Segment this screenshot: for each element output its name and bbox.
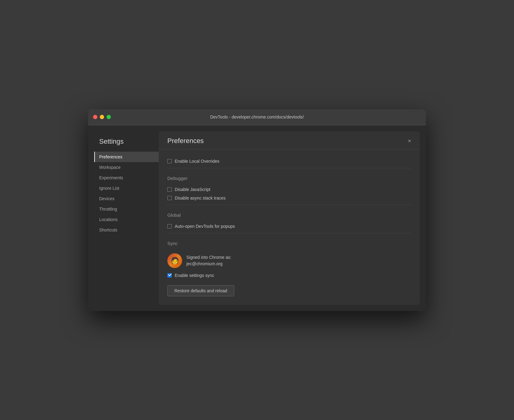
main-header: Preferences × [159,131,420,150]
disable-js-label[interactable]: Disable JavaScript [167,187,210,192]
sidebar-item-preferences[interactable]: Preferences [94,152,159,162]
restore-defaults-button[interactable]: Restore defaults and reload [167,285,234,296]
user-info: Signed into Chrome as: jec@chromium.org [186,254,231,267]
content-area: Enable Local Overrides Debugger Disable … [159,150,420,305]
sidebar: Settings Preferences Workspace Experimen… [94,131,159,305]
auto-open-label[interactable]: Auto-open DevTools for popups [167,224,235,229]
auto-open-checkbox[interactable] [167,224,172,228]
divider-2 [167,205,411,205]
enable-local-overrides-checkbox[interactable] [167,159,172,163]
sync-user-row: 🧑 Signed into Chrome as: jec@chromium.or… [167,250,411,271]
enable-sync-label[interactable]: Enable settings sync [167,273,214,278]
sidebar-item-experiments[interactable]: Experiments [94,173,159,183]
enable-sync-checkbox[interactable] [167,273,172,278]
sync-section: Sync 🧑 Signed into Chrome as: jec@chromi… [167,241,411,296]
sidebar-item-throttling[interactable]: Throttling [94,204,159,214]
enable-sync-row: Enable settings sync [167,271,411,280]
debugger-section-title: Debugger [167,176,411,181]
title-bar: DevTools - developer.chrome.com/docs/dev… [88,109,426,125]
settings-container: Settings Preferences Workspace Experimen… [88,125,426,311]
divider-1 [167,168,411,168]
traffic-lights [93,115,111,119]
disable-js-text: Disable JavaScript [175,187,210,192]
sidebar-item-workspace[interactable]: Workspace [94,162,159,173]
sync-section-title: Sync [167,241,411,246]
browser-window: DevTools - developer.chrome.com/docs/dev… [88,109,426,311]
maximize-traffic-light[interactable] [107,115,111,119]
disable-async-row: Disable async stack traces [167,194,411,202]
minimize-traffic-light[interactable] [100,115,104,119]
close-traffic-light[interactable] [93,115,97,119]
disable-js-row: Disable JavaScript [167,185,411,194]
signed-in-label: Signed into Chrome as: [186,254,231,261]
enable-local-overrides-text: Enable Local Overrides [175,159,220,164]
main-title: Preferences [167,137,204,145]
disable-async-checkbox[interactable] [167,196,172,200]
global-section: Global Auto-open DevTools for popups [167,212,411,231]
sidebar-item-locations[interactable]: Locations [94,214,159,225]
disable-js-checkbox[interactable] [167,187,172,192]
disable-async-label[interactable]: Disable async stack traces [167,196,226,200]
debugger-section: Debugger Disable JavaScript Disable asyn… [167,176,411,202]
avatar: 🧑 [167,253,182,268]
window-title: DevTools - developer.chrome.com/docs/dev… [210,115,304,119]
auto-open-text: Auto-open DevTools for popups [175,224,235,229]
global-section-title: Global [167,212,411,218]
divider-3 [167,233,411,233]
settings-layout: Settings Preferences Workspace Experimen… [94,131,420,305]
sidebar-item-devices[interactable]: Devices [94,193,159,204]
enable-local-overrides-row: Enable Local Overrides [167,157,411,165]
sources-section: Enable Local Overrides [167,157,411,165]
main-content: Preferences × Enable Local Overrides [159,131,420,305]
enable-local-overrides-label[interactable]: Enable Local Overrides [167,159,220,164]
enable-sync-text: Enable settings sync [175,273,214,278]
sidebar-item-shortcuts[interactable]: Shortcuts [94,225,159,235]
close-settings-button[interactable]: × [408,138,411,144]
sidebar-item-ignore-list[interactable]: Ignore List [94,183,159,193]
sidebar-heading: Settings [94,134,159,152]
user-email: jec@chromium.org [186,261,231,267]
auto-open-row: Auto-open DevTools for popups [167,222,411,231]
disable-async-text: Disable async stack traces [175,196,226,200]
